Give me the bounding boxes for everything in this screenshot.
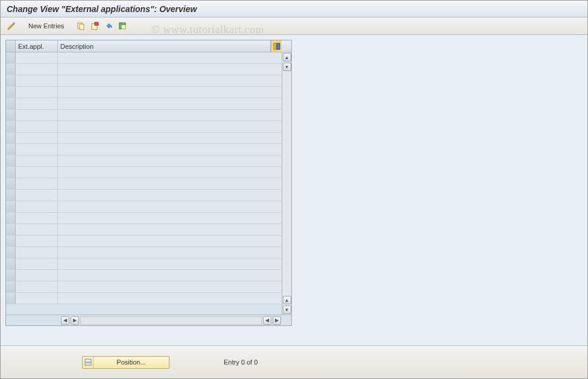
cell-ext-appl[interactable] [16, 64, 58, 75]
row-selector[interactable] [6, 98, 16, 109]
cell-description[interactable] [58, 64, 282, 75]
cell-ext-appl[interactable] [16, 293, 58, 304]
toggle-display-change-icon[interactable] [5, 20, 17, 32]
row-selector[interactable] [6, 178, 16, 189]
cell-ext-appl[interactable] [16, 87, 58, 98]
row-selector[interactable] [6, 190, 16, 201]
page-title: Change View "External applications": Ove… [7, 4, 197, 14]
position-icon [83, 357, 93, 368]
data-grid: Ext.appl. Description ▲ ▼ ▲ ▼ ◀ [5, 40, 292, 326]
configure-columns-icon[interactable] [271, 40, 282, 52]
position-button[interactable]: Position... [82, 356, 169, 369]
cell-description[interactable] [58, 270, 282, 281]
table-row [6, 155, 282, 167]
grid-corner-cell[interactable] [6, 40, 16, 52]
row-selector[interactable] [6, 121, 16, 132]
cell-description[interactable] [58, 98, 282, 109]
table-row [6, 190, 282, 201]
table-row [6, 224, 282, 236]
cell-ext-appl[interactable] [16, 75, 58, 86]
cell-description[interactable] [58, 213, 282, 224]
row-selector[interactable] [6, 87, 16, 98]
cell-ext-appl[interactable] [16, 52, 58, 63]
cell-description[interactable] [58, 133, 282, 143]
cell-ext-appl[interactable] [16, 236, 58, 246]
row-selector[interactable] [6, 155, 16, 166]
horizontal-scroll-track[interactable] [80, 316, 262, 325]
cell-ext-appl[interactable] [16, 98, 58, 109]
row-selector[interactable] [6, 258, 16, 269]
vertical-scrollbar[interactable]: ▲ ▼ ▲ ▼ [282, 52, 291, 315]
cell-description[interactable] [58, 178, 282, 189]
scroll-up-icon[interactable]: ▲ [283, 53, 291, 61]
entry-count-text: Entry 0 of 0 [224, 359, 258, 366]
row-selector[interactable] [6, 236, 16, 246]
cell-description[interactable] [58, 281, 282, 292]
col-header-ext-appl[interactable]: Ext.appl. [16, 40, 58, 52]
row-selector[interactable] [6, 133, 16, 143]
scroll-down-bottom-icon[interactable]: ▼ [283, 305, 291, 314]
table-row [6, 52, 282, 64]
cell-ext-appl[interactable] [16, 190, 58, 201]
table-row [6, 87, 282, 98]
row-selector[interactable] [6, 247, 16, 258]
cell-ext-appl[interactable] [16, 178, 58, 189]
cell-ext-appl[interactable] [16, 224, 58, 235]
undo-change-icon[interactable] [103, 20, 115, 32]
content-area: Ext.appl. Description ▲ ▼ ▲ ▼ ◀ [1, 35, 587, 345]
cell-description[interactable] [58, 144, 282, 155]
row-selector[interactable] [6, 144, 16, 155]
delete-icon[interactable] [89, 20, 101, 32]
cell-ext-appl[interactable] [16, 281, 58, 292]
cell-description[interactable] [58, 52, 282, 63]
cell-description[interactable] [58, 201, 282, 212]
cell-ext-appl[interactable] [16, 258, 58, 269]
cell-ext-appl[interactable] [16, 213, 58, 224]
cell-description[interactable] [58, 87, 282, 98]
cell-description[interactable] [58, 110, 282, 121]
cell-ext-appl[interactable] [16, 201, 58, 212]
row-selector[interactable] [6, 293, 16, 304]
row-selector[interactable] [6, 270, 16, 281]
copy-as-icon[interactable] [75, 20, 87, 32]
row-selector[interactable] [6, 201, 16, 212]
scroll-up-bottom-icon[interactable]: ▲ [283, 296, 291, 304]
cell-description[interactable] [58, 236, 282, 246]
cell-ext-appl[interactable] [16, 144, 58, 155]
cell-ext-appl[interactable] [16, 121, 58, 132]
select-all-icon[interactable] [116, 20, 128, 32]
scroll-right-icon[interactable]: ▶ [71, 316, 79, 325]
cell-description[interactable] [58, 190, 282, 201]
cell-description[interactable] [58, 247, 282, 258]
row-selector[interactable] [6, 167, 16, 178]
cell-ext-appl[interactable] [16, 155, 58, 166]
cell-description[interactable] [58, 121, 282, 132]
cell-ext-appl[interactable] [16, 247, 58, 258]
horizontal-scrollbar[interactable]: ◀ ▶ ◀ ▶ [6, 315, 291, 325]
cell-ext-appl[interactable] [16, 167, 58, 178]
scroll-left-icon[interactable]: ◀ [61, 316, 69, 325]
row-selector[interactable] [6, 52, 16, 63]
col-header-description[interactable]: Description [58, 40, 271, 52]
cell-description[interactable] [58, 155, 282, 166]
scroll-down-icon[interactable]: ▼ [283, 63, 291, 71]
row-selector[interactable] [6, 75, 16, 86]
row-selector[interactable] [6, 224, 16, 235]
table-row [6, 270, 282, 281]
scroll-left-end-icon[interactable]: ◀ [263, 316, 271, 325]
scroll-right-end-icon[interactable]: ▶ [273, 316, 281, 325]
table-row [6, 247, 282, 258]
cell-ext-appl[interactable] [16, 133, 58, 143]
cell-description[interactable] [58, 293, 282, 304]
cell-description[interactable] [58, 75, 282, 86]
row-selector[interactable] [6, 64, 16, 75]
cell-description[interactable] [58, 167, 282, 178]
cell-description[interactable] [58, 258, 282, 269]
cell-ext-appl[interactable] [16, 110, 58, 121]
row-selector[interactable] [6, 213, 16, 224]
row-selector[interactable] [6, 110, 16, 121]
cell-description[interactable] [58, 224, 282, 235]
new-entries-button[interactable]: New Entries [25, 20, 68, 32]
row-selector[interactable] [6, 281, 16, 292]
cell-ext-appl[interactable] [16, 270, 58, 281]
